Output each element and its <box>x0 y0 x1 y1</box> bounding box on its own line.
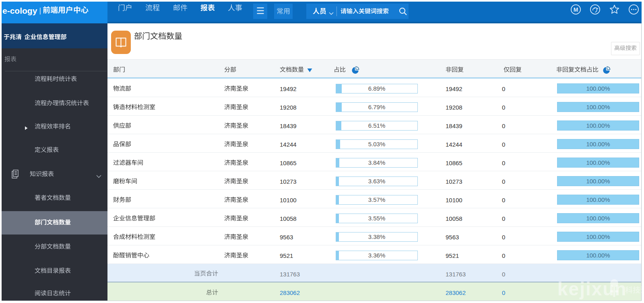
svg-text:M: M <box>574 6 578 13</box>
